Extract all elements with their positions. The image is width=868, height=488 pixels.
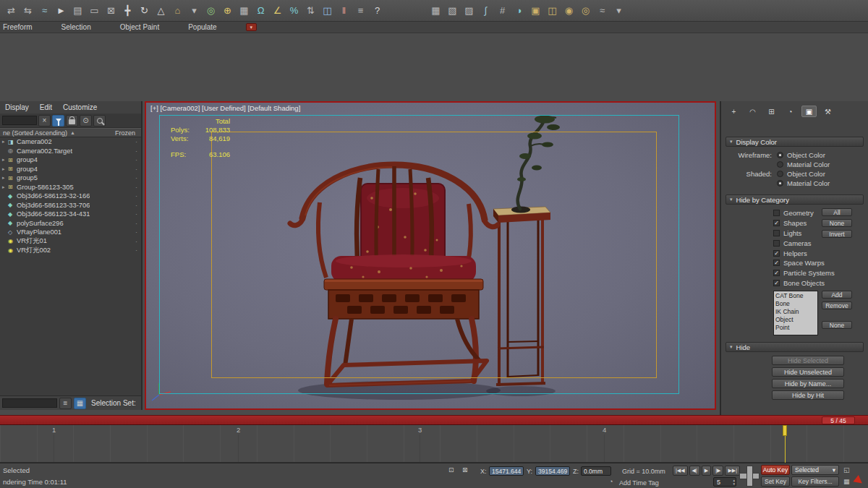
bone-category-list[interactable]: CAT BoneBoneIK Chain ObjectPoint <box>773 291 818 335</box>
bone-list-item[interactable]: Point <box>775 324 816 332</box>
name-column-header[interactable]: ne (Sorted Ascending) <box>3 129 67 137</box>
keyboard-override-icon[interactable]: ▦ <box>236 2 252 20</box>
isolate-selection-icon[interactable]: ⊡ <box>448 466 454 474</box>
viewport-layout-icon[interactable]: ▦ <box>843 478 850 485</box>
bone-list-item[interactable]: CAT Bone <box>775 292 816 300</box>
selection-set-dropdown[interactable]: Selected ▾ <box>791 465 839 475</box>
scene-object-row[interactable]: ▸ ⊞ Group-586123-305 <box>0 183 141 192</box>
category-checkbox[interactable] <box>773 240 780 247</box>
utilities-tab-icon[interactable]: ⚒ <box>820 106 835 117</box>
menu-customize[interactable]: Customize <box>63 103 97 111</box>
ribbon-config-icon[interactable]: ▾ <box>246 23 257 31</box>
invert-button[interactable]: Invert <box>822 230 852 238</box>
remove-category-button[interactable]: Remove <box>822 301 852 309</box>
category-checkbox[interactable] <box>773 230 780 236</box>
lock-explorer-button[interactable] <box>66 115 78 127</box>
wireframe-material-color-radio[interactable] <box>777 161 783 168</box>
tab-freeform[interactable]: Freeform <box>3 23 33 31</box>
rendered-frame-icon[interactable]: ◫ <box>544 2 561 20</box>
select-object-icon[interactable]: ► <box>53 2 69 20</box>
pan-view-icon[interactable] <box>739 466 758 485</box>
scene-object-row[interactable]: ◆ Obj3d66-586123-34-431 <box>0 210 141 219</box>
time-slider[interactable]: 5 / 45 <box>0 415 868 425</box>
category-row[interactable]: Bone Objects <box>773 278 862 288</box>
expand-arrow-icon[interactable]: ▸ <box>2 184 8 190</box>
menu-edit[interactable]: Edit <box>40 103 52 111</box>
angle-snap-icon[interactable]: ∠ <box>269 2 286 20</box>
bind-to-space-warp-icon[interactable]: ≈ <box>36 2 53 20</box>
expand-arrow-icon[interactable]: ▸ <box>2 175 8 181</box>
bone-list-item[interactable]: Bone <box>775 300 816 308</box>
expand-arrow-icon[interactable]: ▸ <box>2 139 8 145</box>
align-icon[interactable]: ‖ <box>336 2 352 20</box>
scene-object-row[interactable]: ▸ ⊞ group4 <box>0 165 141 174</box>
scene-object-row[interactable]: ◎ Camera002.Target <box>0 147 141 156</box>
shaded-object-color-radio[interactable] <box>777 171 783 177</box>
y-coordinate-field[interactable]: 39154.469 <box>535 466 570 476</box>
category-checkbox[interactable] <box>773 250 780 257</box>
expand-arrow-icon[interactable]: ▸ <box>2 157 8 163</box>
search-input[interactable] <box>2 116 37 125</box>
reference-coordinate-icon[interactable]: ▾ <box>186 2 203 20</box>
state-sets-icon[interactable]: ≈ <box>594 2 610 20</box>
help-icon[interactable]: ? <box>369 2 386 20</box>
clear-search-button[interactable]: × <box>38 115 51 127</box>
previous-frame-button[interactable]: ◀| <box>689 466 700 476</box>
shaded-material-color-radio[interactable] <box>777 180 783 187</box>
mirror-icon[interactable]: ◫ <box>319 2 336 20</box>
motion-tab-icon[interactable]: ◔ <box>783 106 798 117</box>
all-button[interactable]: All <box>822 208 852 216</box>
auto-key-button[interactable]: Auto Key <box>761 465 790 475</box>
render-shortcuts-icon[interactable]: ▾ <box>610 2 627 20</box>
select-and-scale-icon[interactable]: △ <box>153 2 169 20</box>
key-filters-button[interactable]: Key Filters... <box>791 476 839 487</box>
current-frame-marker[interactable] <box>783 425 787 436</box>
tab-object-paint[interactable]: Object Paint <box>120 23 159 31</box>
scene-object-row[interactable]: ◇ VRayPlane001 <box>0 228 141 237</box>
filter-button[interactable] <box>52 115 64 127</box>
maximize-viewport-icon[interactable]: ◱ <box>843 466 850 474</box>
scene-object-row[interactable]: ◆ Obj3d66-586123-32-166 <box>0 192 141 201</box>
render-production-icon[interactable]: ◉ <box>561 2 577 20</box>
explorer-column-header[interactable]: ne (Sorted Ascending) ▲ Frozen <box>0 128 141 137</box>
snaps-toggle-icon[interactable]: Ω <box>252 2 269 20</box>
go-to-start-button[interactable]: |◀◀ <box>673 466 688 476</box>
menu-display[interactable]: Display <box>5 103 29 111</box>
display-tab-icon[interactable]: ▣ <box>801 106 817 117</box>
render-setup-icon[interactable]: ▣ <box>527 2 544 20</box>
tab-populate[interactable]: Populate <box>188 23 216 31</box>
selection-set-stack-icon[interactable]: ≡ <box>59 398 72 409</box>
select-and-manipulate-icon[interactable]: ⊕ <box>219 2 236 20</box>
scene-object-row[interactable]: ◉ VR灯光002 <box>0 246 141 255</box>
percent-snap-icon[interactable]: % <box>286 2 302 20</box>
track-bar[interactable]: 1234 <box>0 425 868 463</box>
scene-object-row[interactable]: ▸ ◨ Camera002 <box>0 137 141 147</box>
scene-object-row[interactable]: ◆ polySurface296 <box>0 219 141 228</box>
select-by-name-icon[interactable]: ▤ <box>69 2 86 20</box>
frozen-column-header[interactable]: Frozen <box>115 129 135 137</box>
select-and-move-icon[interactable]: ╋ <box>119 2 136 20</box>
category-row[interactable]: Cameras <box>773 238 862 248</box>
time-slider-handle[interactable]: 5 / 45 <box>822 416 855 424</box>
hide-by-hit-button[interactable]: Hide by Hit <box>772 390 844 400</box>
layer-explorer-toggle-icon[interactable]: ▧ <box>444 2 461 20</box>
schematic-view-icon[interactable]: # <box>494 2 511 20</box>
none-button[interactable]: None <box>822 219 852 227</box>
select-and-place-icon[interactable]: ⌂ <box>169 2 186 20</box>
scene-object-row[interactable]: ◆ Obj3d66-586123-33-706 <box>0 201 141 210</box>
curve-editor-icon[interactable]: ∫ <box>477 2 494 20</box>
expand-arrow-icon[interactable]: ▸ <box>2 166 8 172</box>
x-coordinate-field[interactable]: 15471.644 <box>489 466 524 476</box>
hide-by-category-rollout-header[interactable]: ▾ Hide by Category <box>726 194 864 205</box>
hide-by-name-button[interactable]: Hide by Name... <box>772 379 844 388</box>
scene-object-row[interactable]: ▸ ⊞ group5 <box>0 174 141 183</box>
selection-set-field[interactable] <box>2 398 57 408</box>
hide-unselected-button[interactable]: Hide Unselected <box>772 367 844 377</box>
viewport-label-menu[interactable]: [+] [Camera002] [User Defined] [Default … <box>150 104 300 112</box>
explorer-config-button[interactable]: ⊙ <box>80 115 92 127</box>
scene-object-row[interactable]: ◉ VR灯光01 <box>0 237 141 247</box>
display-color-rollout-header[interactable]: ▾ Display Color <box>726 137 864 147</box>
next-frame-button[interactable]: |▶ <box>712 466 723 476</box>
category-row[interactable]: Space Warps <box>773 258 862 268</box>
named-selection-sets-icon[interactable]: ≡ <box>352 2 369 20</box>
